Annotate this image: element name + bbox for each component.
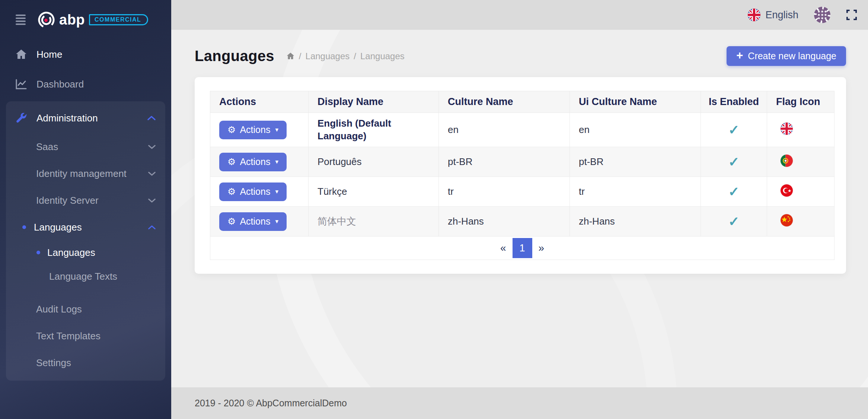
breadcrumb-home-icon[interactable]: [286, 52, 295, 60]
breadcrumb-item[interactable]: Languages: [360, 51, 405, 61]
culture-name-cell: zh-Hans: [439, 207, 570, 237]
sidebar-item-settings[interactable]: Settings: [6, 349, 165, 376]
china-flag-icon: [781, 214, 793, 226]
breadcrumb-separator: /: [299, 51, 301, 61]
main-area: English Languages / Languages / Language…: [171, 0, 868, 419]
sidebar-item-identity-server[interactable]: Identity Server: [6, 187, 165, 214]
languages-card: Actions Display Name Culture Name Ui Cul…: [195, 77, 846, 274]
caret-down-icon: ▾: [275, 218, 278, 225]
breadcrumb-item[interactable]: Languages: [306, 51, 350, 61]
col-header-display-name: Display Name: [309, 91, 439, 113]
sidebar-item-identity-management[interactable]: Identity management: [6, 160, 165, 187]
copyright-text: 2019 - 2020 © AbpCommercialDemo: [195, 398, 347, 409]
user-avatar[interactable]: [814, 7, 830, 23]
brand-row: abp COMMERCIAL: [0, 0, 171, 39]
sidebar-item-administration[interactable]: Administration: [6, 103, 165, 133]
topbar: English: [171, 0, 868, 30]
row-actions-button[interactable]: ⚙ Actions ▾: [219, 153, 287, 171]
table-row: ⚙ Actions ▾ Português pt-BR pt-BR ✓: [210, 147, 835, 177]
check-icon: ✓: [728, 122, 739, 137]
sidebar-item-label: Settings: [36, 357, 71, 369]
menu-toggle-icon[interactable]: [16, 15, 26, 25]
table-row: ⚙ Actions ▾ 简体中文 zh-Hans zh-Hans ✓: [210, 207, 835, 237]
table-row: ⚙ Actions ▾ Türkçe tr tr ✓: [210, 177, 835, 207]
col-header-actions: Actions: [210, 91, 309, 113]
col-header-ui-culture-name: Ui Culture Name: [570, 91, 701, 113]
abp-logo-mark-icon: [38, 11, 55, 29]
sidebar-item-home[interactable]: Home: [0, 39, 171, 69]
fullscreen-icon[interactable]: [846, 9, 857, 20]
row-actions-button[interactable]: ⚙ Actions ▾: [219, 212, 287, 231]
gear-icon: ⚙: [227, 157, 236, 166]
table-header-row: Actions Display Name Culture Name Ui Cul…: [210, 91, 835, 113]
chevron-down-icon: [148, 145, 156, 149]
ui-culture-name-cell: pt-BR: [570, 147, 701, 177]
chevron-down-icon: [148, 171, 156, 176]
abp-logo[interactable]: abp COMMERCIAL: [38, 11, 148, 29]
sidebar-item-languages[interactable]: Languages: [6, 214, 165, 241]
circle-bullet-icon: [36, 251, 40, 254]
sidebar-item-label: Identity Server: [36, 195, 99, 206]
breadcrumb-separator: /: [354, 51, 356, 61]
sidebar-item-text-templates[interactable]: Text Templates: [6, 323, 165, 349]
pagination-prev[interactable]: «: [494, 242, 513, 254]
gear-icon: ⚙: [227, 125, 236, 134]
portugal-flag-icon: [781, 155, 793, 167]
languages-table: Actions Display Name Culture Name Ui Cul…: [210, 91, 835, 237]
display-name-cell: 简体中文: [309, 207, 439, 237]
gear-icon: ⚙: [227, 187, 236, 196]
display-name-cell: English (Default Language): [309, 113, 439, 147]
col-header-culture-name: Culture Name: [439, 91, 570, 113]
check-icon: ✓: [728, 214, 739, 229]
row-actions-button[interactable]: ⚙ Actions ▾: [219, 182, 287, 201]
home-icon: [15, 49, 28, 60]
pagination: « 1 »: [210, 237, 835, 260]
sidebar-item-label: Text Templates: [36, 330, 100, 342]
display-name-cell: Türkçe: [309, 177, 439, 207]
check-icon: ✓: [728, 184, 739, 199]
sidebar-item-label: Dashboard: [36, 79, 84, 90]
plus-icon: +: [736, 49, 743, 62]
language-selector[interactable]: English: [748, 9, 798, 21]
check-icon: ✓: [728, 154, 739, 169]
sidebar-item-language-texts[interactable]: Language Texts: [6, 264, 165, 288]
sidebar-item-label: Languages: [47, 247, 95, 258]
caret-down-icon: ▾: [275, 188, 278, 196]
language-label: English: [765, 9, 798, 21]
pagination-next[interactable]: »: [532, 242, 551, 254]
pagination-page-1[interactable]: 1: [513, 238, 532, 258]
chevron-up-icon: [148, 225, 156, 230]
turkey-flag-icon: [781, 184, 793, 197]
sidebar-item-label: Identity management: [36, 168, 127, 180]
sidebar-item-label: Saas: [36, 141, 58, 153]
caret-down-icon: ▾: [275, 126, 278, 134]
sidebar-item-saas[interactable]: Saas: [6, 133, 165, 160]
sidebar-item-dashboard[interactable]: Dashboard: [0, 69, 171, 99]
uk-flag-icon: [781, 123, 793, 135]
circle-bullet-icon: [22, 225, 26, 229]
sidebar-nav: Home Dashboard: [0, 39, 171, 381]
culture-name-cell: en: [439, 113, 570, 147]
sidebar-item-label: Language Texts: [49, 271, 117, 282]
display-name-cell: Português: [309, 147, 439, 177]
sidebar-item-label: Home: [36, 49, 62, 60]
wrench-icon: [15, 112, 28, 124]
row-actions-button[interactable]: ⚙ Actions ▾: [219, 121, 287, 139]
chevron-up-icon: [147, 115, 156, 121]
ui-culture-name-cell: zh-Hans: [570, 207, 701, 237]
sidebar-item-label: Administration: [36, 112, 98, 124]
footer: 2019 - 2020 © AbpCommercialDemo: [171, 387, 868, 419]
col-header-is-enabled: Is Enabled: [701, 91, 767, 113]
content: Languages / Languages / Languages + Crea…: [171, 30, 868, 387]
sidebar-item-audit-logs[interactable]: Audit Logs: [6, 296, 165, 323]
breadcrumb: / Languages / Languages: [286, 51, 405, 61]
page-head: Languages / Languages / Languages + Crea…: [195, 46, 846, 66]
create-new-language-button[interactable]: + Create new language: [727, 46, 846, 66]
culture-name-cell: tr: [439, 177, 570, 207]
table-row: ⚙ Actions ▾ English (Default Language) e…: [210, 113, 835, 147]
sidebar: abp COMMERCIAL Home Dashboard: [0, 0, 171, 419]
chevron-down-icon: [148, 198, 156, 203]
brand-badge: COMMERCIAL: [89, 14, 148, 25]
sidebar-item-languages-child[interactable]: Languages: [6, 241, 165, 264]
brand-name: abp: [59, 12, 85, 28]
